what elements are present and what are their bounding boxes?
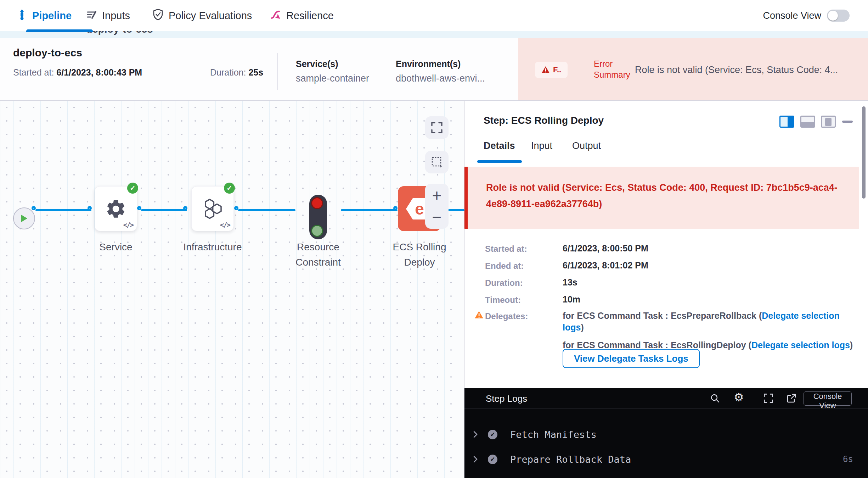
hexagons-icon bbox=[201, 197, 224, 221]
log-settings-gear-icon[interactable]: ⚙ bbox=[734, 390, 744, 404]
success-check-icon: ✓ bbox=[127, 183, 138, 194]
environments-label: Environment(s) bbox=[396, 59, 461, 69]
duration-value: 13s bbox=[563, 277, 577, 288]
started-at: Started at: 6/1/2023, 8:00:43 PM bbox=[13, 67, 142, 78]
duration: Duration: 25s bbox=[210, 67, 263, 78]
tab-output[interactable]: Output bbox=[572, 140, 601, 151]
success-check-icon: ✓ bbox=[488, 455, 497, 464]
connector-port bbox=[88, 206, 92, 210]
open-external-icon[interactable] bbox=[786, 393, 797, 405]
nav-tab-label: Pipeline bbox=[32, 10, 72, 22]
nav-tab-policy-evaluations[interactable]: Policy Evaluations bbox=[152, 0, 252, 31]
log-step-name: Prepare Rollback Data bbox=[510, 454, 631, 465]
code-icon: </> bbox=[220, 221, 230, 229]
canvas-fullscreen-button[interactable] bbox=[425, 116, 449, 139]
zoom-in-button[interactable]: + bbox=[432, 186, 442, 205]
toggle-knob bbox=[828, 11, 838, 21]
nav-tab-label: Policy Evaluations bbox=[169, 10, 252, 22]
canvas-select-button[interactable] bbox=[425, 151, 449, 173]
duration-label: Duration: bbox=[485, 278, 523, 288]
node-resource-constraint[interactable] bbox=[309, 195, 327, 239]
execution-header: deploy-to-ecs Started at: 6/1/2023, 8:00… bbox=[0, 38, 868, 101]
connector-port bbox=[183, 206, 187, 210]
node-service[interactable]: </> ✓ bbox=[95, 186, 137, 231]
delegate-line: for ECS Command Task : EcsPrepareRollbac… bbox=[563, 310, 858, 333]
step-logs-header: Step Logs ⚙ Console View bbox=[464, 388, 868, 409]
error-summary-section: F.. Error Summary Role is not valid (Ser… bbox=[518, 38, 868, 100]
delegate-selection-logs-link[interactable]: Delegate selection logs bbox=[751, 340, 850, 350]
step-logs-section: Step Logs ⚙ Console View ✓ Fetch Manifes… bbox=[464, 388, 868, 478]
clipped-pipeline-name: deploy-to-ecs bbox=[86, 31, 153, 35]
top-nav: Pipeline Inputs Policy Evaluations Resil… bbox=[0, 0, 868, 31]
fullscreen-icon bbox=[430, 121, 443, 134]
error-summary-label: Error Summary bbox=[594, 58, 640, 80]
pipeline-icon bbox=[17, 9, 27, 23]
log-fullscreen-icon[interactable] bbox=[763, 393, 774, 405]
ended-at-label: Ended at: bbox=[485, 261, 524, 271]
chevron-right-icon[interactable] bbox=[473, 430, 478, 438]
active-tab-underline bbox=[26, 29, 93, 32]
log-row-fetch-manifests[interactable]: ✓ Fetch Manifests bbox=[464, 427, 868, 442]
svg-text:e: e bbox=[415, 200, 424, 218]
started-at-value: 6/1/2023, 8:00:50 PM bbox=[563, 243, 648, 254]
services-label: Service(s) bbox=[296, 59, 338, 69]
pipeline-canvas[interactable]: </> ✓ Service </> ✓ Infrastructure Resou… bbox=[0, 101, 464, 478]
layout-right-icon[interactable] bbox=[779, 116, 794, 128]
traffic-light-green bbox=[311, 225, 323, 237]
edge bbox=[238, 209, 295, 211]
connector-port bbox=[32, 206, 36, 210]
status-badge: F.. bbox=[535, 62, 568, 78]
tab-input[interactable]: Input bbox=[531, 140, 552, 151]
layout-bottom-icon[interactable] bbox=[800, 116, 815, 128]
timeout-value: 10m bbox=[563, 294, 580, 305]
minimize-panel-icon[interactable] bbox=[842, 121, 853, 123]
edge bbox=[141, 209, 187, 211]
divider bbox=[277, 53, 278, 90]
pipeline-start-node[interactable] bbox=[13, 207, 35, 229]
search-icon[interactable] bbox=[710, 393, 720, 405]
log-row-prepare-rollback-data[interactable]: ✓ Prepare Rollback Data 6s bbox=[464, 451, 868, 467]
active-tab-underline bbox=[477, 160, 522, 163]
code-icon: </> bbox=[123, 221, 133, 229]
nav-tab-label: Resilience bbox=[286, 10, 334, 22]
connector-port bbox=[393, 206, 398, 210]
gear-icon bbox=[105, 198, 127, 220]
node-label-resource-constraint: Resource Constraint bbox=[279, 239, 357, 270]
layout-float-icon[interactable] bbox=[821, 116, 836, 128]
step-logs-title: Step Logs bbox=[486, 393, 527, 404]
success-check-icon: ✓ bbox=[224, 183, 235, 194]
edge bbox=[341, 209, 398, 211]
chevron-right-icon[interactable] bbox=[473, 455, 478, 463]
marquee-select-icon bbox=[430, 155, 444, 169]
services-value[interactable]: sample-container bbox=[296, 73, 369, 84]
nav-tab-resilience[interactable]: Resilience bbox=[270, 0, 334, 31]
nav-tab-pipeline[interactable]: Pipeline bbox=[17, 0, 72, 31]
play-icon bbox=[20, 214, 28, 223]
log-step-duration: 6s bbox=[843, 454, 853, 464]
zoom-out-button[interactable]: − bbox=[432, 207, 442, 227]
logs-console-view-button[interactable]: Console View bbox=[804, 391, 852, 406]
started-at-label: Started at: bbox=[485, 244, 527, 254]
log-step-name: Fetch Manifests bbox=[510, 429, 597, 440]
inputs-icon bbox=[86, 9, 97, 23]
node-label-ecs-rolling-deploy: ECS Rolling Deploy bbox=[381, 239, 458, 270]
pipeline-name: deploy-to-ecs bbox=[13, 47, 82, 59]
panel-scrollbar[interactable] bbox=[862, 106, 866, 199]
resilience-icon bbox=[270, 9, 281, 23]
view-delegate-tasks-logs-button[interactable]: View Delegate Tasks Logs bbox=[563, 349, 700, 368]
canvas-zoom-panel: + − bbox=[425, 184, 449, 229]
error-summary-message: Role is not valid (Service: Ecs, Status … bbox=[635, 65, 855, 76]
edge bbox=[35, 209, 91, 211]
nav-tab-inputs[interactable]: Inputs bbox=[86, 0, 130, 31]
node-infrastructure[interactable]: </> ✓ bbox=[191, 186, 234, 231]
shield-check-icon bbox=[152, 9, 164, 23]
panel-title: Step: ECS Rolling Deploy bbox=[484, 115, 604, 126]
timeout-label: Timeout: bbox=[485, 295, 521, 305]
node-label-infrastructure: Infrastructure bbox=[174, 239, 252, 255]
console-view-toggle[interactable] bbox=[827, 10, 850, 22]
step-error-message: Role is not valid (Service: Ecs, Status … bbox=[486, 179, 842, 212]
nav-tab-label: Inputs bbox=[102, 10, 130, 22]
tab-details[interactable]: Details bbox=[484, 140, 515, 151]
scrolled-content-strip: deploy-to-ecs bbox=[0, 31, 868, 38]
environments-value[interactable]: dbothwell-aws-envi... bbox=[396, 73, 485, 84]
